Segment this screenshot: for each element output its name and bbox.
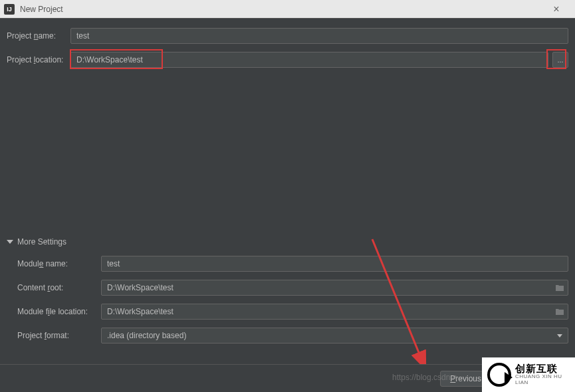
window-title: New Project: [20, 5, 63, 14]
project-name-input[interactable]: [70, 28, 568, 44]
folder-icon[interactable]: [555, 308, 564, 316]
module-file-location-row: Module file location:: [17, 304, 568, 320]
titlebar: IJ New Project ×: [0, 0, 575, 19]
chevron-down-icon: [7, 240, 13, 244]
project-location-input[interactable]: [70, 52, 548, 68]
project-format-dropdown[interactable]: .idea (directory based): [101, 328, 568, 343]
module-name-input[interactable]: [101, 256, 568, 272]
content-root-row: Content root:: [17, 280, 568, 296]
logo-icon: [487, 363, 511, 387]
project-name-label: Project name:: [7, 31, 66, 41]
browse-button[interactable]: ...: [552, 52, 568, 68]
module-file-location-label: Module file location:: [17, 307, 97, 316]
module-name-row: Module name:: [17, 256, 568, 272]
module-name-label: Module name:: [17, 259, 97, 268]
chevron-down-icon: [557, 334, 562, 338]
project-format-value: .idea (directory based): [102, 331, 568, 340]
logo-sub: CHUANG XIN HU LIAN: [515, 374, 570, 386]
logo-overlay: 创新互联 CHUANG XIN HU LIAN: [482, 357, 575, 392]
dialog-content: Project name: Project location: ... More…: [0, 19, 575, 361]
project-format-row: Project format: .idea (directory based): [17, 328, 568, 343]
project-format-label: Project format:: [17, 331, 97, 340]
folder-icon[interactable]: [555, 284, 564, 292]
project-location-row: Project location: ...: [7, 52, 568, 68]
more-settings-toggle[interactable]: More Settings: [7, 237, 568, 246]
content-root-input[interactable]: [101, 280, 568, 296]
more-settings-panel: Module name: Content root: Module file l…: [7, 256, 568, 343]
project-location-label: Project location:: [7, 55, 66, 64]
content-root-label: Content root:: [17, 283, 97, 292]
logo-main: 创新互联: [515, 363, 570, 375]
module-file-location-input[interactable]: [101, 304, 568, 320]
app-icon: IJ: [4, 4, 15, 15]
project-name-row: Project name:: [7, 28, 568, 44]
watermark-text: https://blog.csdn.n: [392, 373, 457, 382]
close-button[interactable]: ×: [543, 0, 570, 19]
more-settings-label: More Settings: [17, 237, 66, 246]
logo-text: 创新互联 CHUANG XIN HU LIAN: [515, 363, 570, 386]
